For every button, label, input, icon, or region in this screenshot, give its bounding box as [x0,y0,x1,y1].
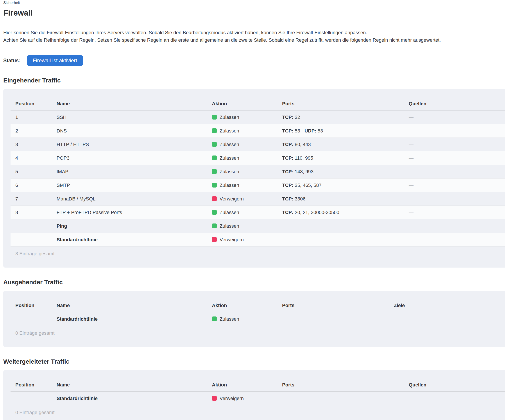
entries-count: 0 Einträge gesamt [11,410,505,415]
table-row: 1SSHZulassenTCP: 22— [11,110,505,124]
column-header-action: Aktion [207,96,277,110]
breadcrumb[interactable]: Sicherheit [3,1,505,5]
column-header-ports: Ports [277,96,404,110]
cell-action: Verweigern [207,233,277,246]
table-header-row: Position Name Aktion Ports Quellen [11,377,505,391]
allow-chip [212,210,217,215]
action-label: Zulassen [220,169,239,174]
cell-source-target [404,391,505,405]
table-row: 2DNSZulassenTCP: 53UDP: 53— [11,124,505,138]
deny-chip [212,396,217,401]
allow-chip [212,224,217,228]
column-header-name: Name [52,377,207,391]
port-group: TCP: 3306 [282,196,305,201]
table-row: StandardrichtlinieZulassen [11,312,505,326]
cell-position: 2 [11,124,52,138]
table-row: 7MariaDB / MySQLVerweigernTCP: 3306— [11,192,505,206]
table-header-row: Position Name Aktion Ports Ziele [11,298,505,312]
cell-name: Standardrichtlinie [52,391,207,405]
action-label: Zulassen [220,316,239,322]
cell-source-target: — [404,165,505,179]
cell-name: Standardrichtlinie [52,233,207,246]
cell-position: 5 [11,165,52,179]
cell-ports: TCP: 22 [277,110,404,124]
cell-ports [277,233,404,246]
column-header-sources: Quellen [404,96,505,110]
action-label: Verweigern [220,396,244,401]
section-title-incoming: Eingehender Traffic [3,77,505,84]
table-row: 8FTP + ProFTPD Passive PortsZulassenTCP:… [11,206,505,219]
cell-ports: TCP: 25, 465, 587 [277,179,404,192]
table-row: StandardrichtlinieVerweigern [11,391,505,405]
cell-ports [277,312,389,326]
cell-action: Zulassen [207,138,277,151]
column-header-ports: Ports [277,298,389,312]
table-row: PingZulassen [11,219,505,233]
cell-ports: TCP: 3306 [277,192,404,206]
firewall-status-button[interactable]: Firewall ist aktiviert [27,55,83,66]
port-group: TCP: 25, 465, 587 [282,182,322,188]
cell-position [11,312,52,326]
section-title-forwarded: Weitergeleiteter Traffic [3,358,505,365]
deny-chip [212,196,217,201]
cell-name: Ping [52,219,207,233]
allow-chip [212,128,217,133]
cell-position: 1 [11,110,52,124]
column-header-action: Aktion [207,377,277,391]
cell-name: Standardrichtlinie [52,312,207,326]
cell-action: Zulassen [207,151,277,165]
allow-chip [212,115,217,119]
cell-source-target: — [404,138,505,151]
description-line-1: Hier können Sie die Firewall-Einstellung… [3,29,505,36]
incoming-traffic-table: Position Name Aktion Ports Quellen 1SSHZ… [11,96,505,246]
cell-position: 8 [11,206,52,219]
cell-source-target: — [404,110,505,124]
cell-ports: TCP: 20, 21, 30000-30500 [277,206,404,219]
cell-name: DNS [52,124,207,138]
table-row: StandardrichtlinieVerweigern [11,233,505,246]
port-group: TCP: 22 [282,114,300,120]
column-header-position: Position [11,377,52,391]
status-row: Status: Firewall ist aktiviert [3,55,505,66]
cell-ports [277,391,404,405]
cell-action: Verweigern [207,192,277,206]
action-label: Zulassen [220,128,239,134]
column-header-sources: Quellen [404,377,505,391]
table-header-row: Position Name Aktion Ports Quellen [11,96,505,110]
cell-position: 6 [11,179,52,192]
cell-ports: TCP: 80, 443 [277,138,404,151]
allow-chip [212,142,217,147]
action-label: Zulassen [220,155,239,161]
cell-position [11,391,52,405]
action-label: Zulassen [220,182,239,188]
cell-action: Zulassen [207,110,277,124]
allow-chip [212,183,217,188]
column-header-action: Aktion [207,298,277,312]
allow-chip [212,156,217,160]
cell-source-target: — [404,206,505,219]
allow-chip [212,316,217,321]
forwarded-traffic-card: Position Name Aktion Ports Quellen Stand… [3,370,505,420]
table-row: 4POP3ZulassenTCP: 110, 995— [11,151,505,165]
entries-count: 8 Einträge gesamt [11,251,505,257]
cell-position [11,219,52,233]
table-row: 3HTTP / HTTPSZulassenTCP: 80, 443— [11,138,505,151]
cell-source-target: — [404,124,505,138]
cell-action: Zulassen [207,206,277,219]
cell-name: FTP + ProFTPD Passive Ports [52,206,207,219]
port-group: TCP: 20, 21, 30000-30500 [282,210,339,215]
cell-action: Zulassen [207,124,277,138]
port-group: TCP: 80, 443 [282,142,311,147]
cell-action: Zulassen [207,312,277,326]
cell-name: SMTP [52,179,207,192]
cell-action: Zulassen [207,165,277,179]
cell-position: 7 [11,192,52,206]
section-title-outgoing: Ausgehender Traffic [3,279,505,286]
cell-source-target [389,312,505,326]
page-title: Firewall [3,8,505,18]
action-label: Zulassen [220,114,239,120]
column-header-ports: Ports [277,377,404,391]
cell-name: MariaDB / MySQL [52,192,207,206]
cell-source-target: — [404,179,505,192]
incoming-traffic-card: Position Name Aktion Ports Quellen 1SSHZ… [3,89,505,268]
